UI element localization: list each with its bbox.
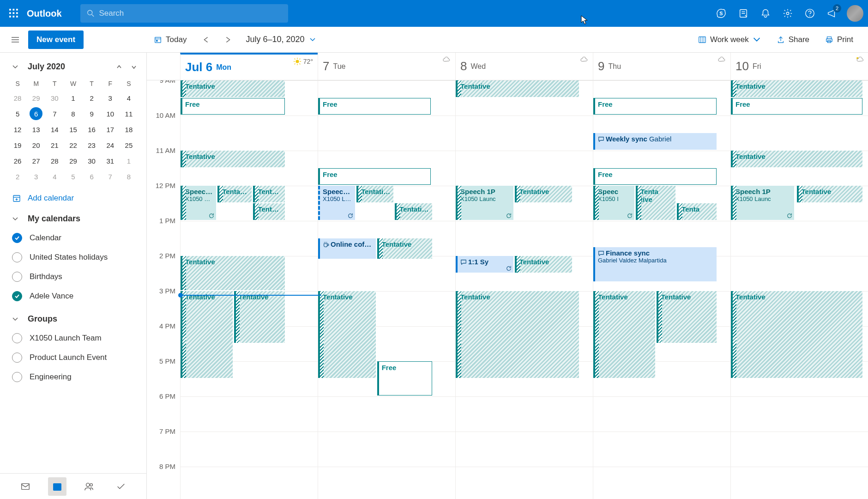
calendar-event[interactable]: Tentative [657, 291, 717, 343]
mini-day[interactable]: 4 [120, 90, 138, 106]
mini-day[interactable]: 7 [45, 106, 64, 122]
mini-day[interactable]: 17 [101, 122, 120, 137]
notifications-icon[interactable] [754, 2, 777, 24]
calendar-event[interactable]: Free [181, 98, 285, 115]
calendar-event[interactable]: SpeecX1050 I [593, 186, 634, 220]
day-column[interactable]: TentativeSpeech 1PX1050 LauncTentative1:… [455, 80, 593, 499]
mini-day[interactable]: 3 [101, 90, 120, 106]
mini-day[interactable]: 28 [8, 90, 27, 106]
calendar-icon[interactable] [48, 477, 66, 496]
calendar-event[interactable]: Tentative [253, 203, 284, 220]
calendar-item[interactable]: Engineering [12, 367, 137, 387]
calendar-checkbox[interactable] [12, 291, 22, 301]
calendar-event[interactable]: Tentative [234, 291, 285, 343]
share-button[interactable]: Share [771, 31, 815, 48]
calendar-item[interactable]: X1050 Launch Team [12, 329, 137, 348]
mini-day[interactable]: 30 [83, 153, 101, 169]
next-month-icon[interactable] [131, 64, 137, 70]
mini-day[interactable]: 24 [101, 137, 120, 153]
mini-day[interactable]: 1 [64, 90, 82, 106]
calendar-event[interactable]: Tentative [515, 186, 573, 202]
calendar-event[interactable]: Tentative [515, 256, 573, 273]
mini-day[interactable]: 22 [64, 137, 82, 153]
day-header[interactable]: 8Wed [455, 53, 593, 80]
calendar-event[interactable]: 1:1 Sy [456, 256, 513, 273]
mini-day[interactable]: 1 [120, 153, 138, 169]
calendar-event[interactable]: Speech 1PX1050 Launc [731, 186, 794, 220]
mini-day[interactable]: 31 [101, 153, 120, 169]
mini-day[interactable]: 28 [45, 153, 64, 169]
mini-day[interactable]: 7 [101, 169, 120, 184]
calendar-event[interactable]: Tentative [181, 256, 285, 290]
calendar-event[interactable]: Tentative [456, 80, 579, 97]
calendar-checkbox[interactable] [12, 233, 22, 243]
mini-day[interactable]: 29 [64, 153, 82, 169]
search-input[interactable] [99, 9, 281, 18]
calendar-event[interactable]: Tentative [217, 186, 252, 202]
calendar-event[interactable]: Tentative [731, 151, 862, 167]
skype-icon[interactable]: S [710, 2, 732, 24]
my-calendars-toggle[interactable]: My calendars [12, 214, 137, 224]
mini-day[interactable]: 10 [101, 106, 120, 122]
calendar-event[interactable]: Free [318, 98, 431, 115]
mini-day[interactable]: 5 [64, 169, 82, 184]
calendar-event[interactable]: Tentative [636, 186, 675, 220]
calendar-event[interactable]: Tentative [731, 291, 862, 378]
calendar-event[interactable]: Speech 1P ConsX1050 Launch Tear [181, 186, 216, 220]
calendar-event[interactable]: Tentative [181, 151, 285, 167]
next-week-button[interactable] [220, 31, 236, 48]
mini-day[interactable]: 9 [83, 106, 101, 122]
mini-day[interactable]: 16 [83, 122, 101, 137]
calendar-event[interactable]: Free [377, 361, 432, 396]
calendar-event[interactable]: Tentative [593, 291, 655, 378]
calendar-event[interactable]: Tentative [395, 203, 432, 220]
calendar-event[interactable]: Free [593, 98, 717, 115]
mini-day[interactable]: 2 [83, 90, 101, 106]
mini-day[interactable]: 29 [27, 90, 45, 106]
search-box[interactable] [80, 4, 288, 23]
mini-day[interactable]: 21 [45, 137, 64, 153]
print-button[interactable]: Print [820, 31, 859, 48]
prev-week-button[interactable] [198, 31, 214, 48]
calendar-item[interactable]: United States holidays [12, 248, 137, 267]
calendar-event[interactable]: Free [318, 168, 431, 185]
day-column[interactable]: FreeFreeSpeech 1P CX1050 Launch TTentati… [318, 80, 455, 499]
day-column[interactable]: Weekly sync GabrielFreeFreeSpeecX1050 IT… [593, 80, 730, 499]
calendar-event[interactable]: Tentative [318, 291, 376, 378]
mini-day[interactable]: 13 [27, 122, 45, 137]
help-icon[interactable] [799, 2, 821, 24]
mini-day[interactable]: 26 [8, 153, 27, 169]
mini-day[interactable]: 3 [27, 169, 45, 184]
calendar-event[interactable]: Tentative [253, 186, 284, 202]
calendar-event[interactable]: Tentative [456, 291, 579, 378]
new-event-button[interactable]: New event [28, 30, 84, 49]
mini-day[interactable]: 25 [120, 137, 138, 153]
avatar[interactable] [847, 5, 863, 22]
mini-day[interactable]: 23 [83, 137, 101, 153]
day-header[interactable]: 7Tue [318, 53, 455, 80]
mini-day[interactable]: 18 [120, 122, 138, 137]
calendar-event[interactable]: Online coffee cat [318, 238, 376, 259]
calendar-event[interactable]: Tentative [356, 186, 393, 202]
view-selector[interactable]: Work week [693, 31, 766, 48]
notes-icon[interactable] [732, 2, 754, 24]
prev-month-icon[interactable] [116, 64, 122, 70]
add-calendar-button[interactable]: Add calendar [0, 184, 146, 208]
mini-day[interactable]: 8 [120, 169, 138, 184]
whatsnew-icon[interactable]: 2 [821, 2, 843, 24]
mini-day[interactable]: 12 [8, 122, 27, 137]
calendar-event[interactable]: Tentative [181, 291, 233, 378]
calendar-event[interactable]: Tentative [797, 186, 863, 202]
calendar-item[interactable]: Birthdays [12, 267, 137, 286]
calendar-event[interactable]: Weekly sync Gabriel [593, 133, 717, 150]
mini-day[interactable]: 4 [45, 169, 64, 184]
calendar-checkbox[interactable] [12, 353, 22, 363]
mini-day[interactable]: 20 [27, 137, 45, 153]
mini-day[interactable]: 5 [8, 106, 27, 122]
people-icon[interactable] [80, 477, 98, 496]
calendar-checkbox[interactable] [12, 252, 22, 262]
mini-day[interactable]: 2 [8, 169, 27, 184]
mini-day[interactable]: 11 [120, 106, 138, 122]
calendar-event[interactable]: Tenta [677, 203, 717, 220]
calendar-item[interactable]: Adele Vance [12, 286, 137, 306]
